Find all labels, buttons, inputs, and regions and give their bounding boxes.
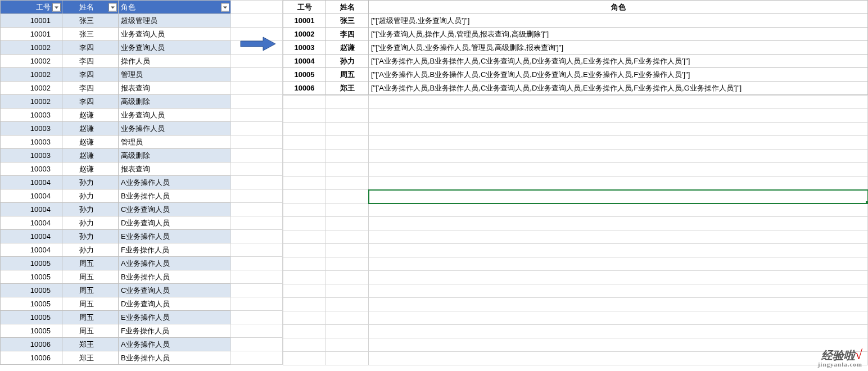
empty-cell[interactable] xyxy=(326,96,369,109)
empty-cell[interactable] xyxy=(231,297,283,311)
cell-role[interactable]: ["['业务查询人员,业务操作人员,管理员,高级删除,报表查询']"] xyxy=(369,41,868,55)
cell-id[interactable]: 10003 xyxy=(1,108,62,122)
empty-cell[interactable] xyxy=(231,311,283,324)
empty-cell[interactable] xyxy=(231,149,283,162)
empty-cell[interactable] xyxy=(369,190,868,203)
cell-id[interactable]: 10005 xyxy=(283,68,326,82)
cell-id[interactable]: 10002 xyxy=(1,41,62,55)
cell-name[interactable]: 张三 xyxy=(62,28,119,41)
cell-id[interactable]: 10002 xyxy=(1,95,62,108)
empty-cell[interactable] xyxy=(369,177,868,190)
table-row[interactable]: 10005周五F业务操作人员 xyxy=(1,324,231,338)
empty-cell[interactable] xyxy=(283,136,326,150)
empty-cell[interactable] xyxy=(326,311,369,325)
empty-cell[interactable] xyxy=(283,217,326,230)
empty-cell[interactable] xyxy=(283,190,326,203)
col-header-name[interactable]: 姓名 xyxy=(62,1,119,14)
empty-cell[interactable] xyxy=(231,176,283,189)
cell-id[interactable]: 10006 xyxy=(1,351,62,365)
cell-id[interactable]: 10005 xyxy=(1,284,62,297)
cell-id[interactable]: 10006 xyxy=(283,82,326,95)
cell-id[interactable]: 10005 xyxy=(1,297,62,311)
table-row[interactable]: 10004孙力B业务操作人员 xyxy=(1,189,231,203)
cell-role[interactable]: ["['业务查询人员,操作人员,管理员,报表查询,高级删除']"] xyxy=(369,28,868,41)
col-header-id[interactable]: 工号 xyxy=(1,1,62,14)
empty-cell[interactable] xyxy=(231,135,283,149)
cell-id[interactable]: 10003 xyxy=(283,41,326,55)
col-header-name[interactable]: 姓名 xyxy=(326,1,369,14)
cell-role[interactable]: A业务操作人员 xyxy=(119,176,231,189)
empty-cell[interactable] xyxy=(326,352,369,365)
empty-cell[interactable] xyxy=(369,271,868,284)
empty-cell[interactable] xyxy=(283,203,326,217)
empty-cell[interactable] xyxy=(231,55,283,68)
table-row[interactable]: 10002李四高级删除 xyxy=(1,95,231,108)
cell-id[interactable]: 10002 xyxy=(1,82,62,95)
empty-cell[interactable] xyxy=(369,298,868,311)
cell-name[interactable]: 赵谦 xyxy=(326,41,369,55)
cell-role[interactable]: A业务操作人员 xyxy=(119,338,231,351)
cell-role[interactable]: C业务查询人员 xyxy=(119,284,231,297)
cell-id[interactable]: 10004 xyxy=(1,230,62,243)
table-row[interactable]: 10002李四报表查询 xyxy=(1,82,231,95)
col-header-role[interactable]: 角色 xyxy=(369,1,868,14)
cell-id[interactable]: 10001 xyxy=(1,14,62,28)
table-row[interactable]: 10001张三["['超级管理员,业务查询人员']"] xyxy=(283,14,868,28)
empty-cell[interactable] xyxy=(231,122,283,135)
cell-id[interactable]: 10004 xyxy=(1,189,62,203)
cell-name[interactable]: 郑王 xyxy=(62,338,119,351)
empty-cell[interactable] xyxy=(231,82,283,95)
table-row[interactable]: 10006郑王["['A业务操作人员,B业务操作人员,C业务查询人员,D业务查询… xyxy=(283,82,868,95)
empty-cell[interactable] xyxy=(231,1,283,14)
empty-cell[interactable] xyxy=(231,324,283,338)
empty-cell[interactable] xyxy=(326,136,369,150)
empty-cell[interactable] xyxy=(369,123,868,136)
cell-name[interactable]: 李四 xyxy=(62,55,119,68)
empty-cell[interactable] xyxy=(231,95,283,108)
table-row[interactable]: 10002李四业务查询人员 xyxy=(1,41,231,55)
cell-name[interactable]: 周五 xyxy=(62,297,119,311)
cell-id[interactable]: 10005 xyxy=(1,257,62,270)
cell-id[interactable]: 10002 xyxy=(283,28,326,41)
cell-role[interactable]: A业务操作人员 xyxy=(119,257,231,270)
cell-role[interactable]: 操作人员 xyxy=(119,55,231,68)
cell-role[interactable]: E业务操作人员 xyxy=(119,311,231,324)
cell-name[interactable]: 孙力 xyxy=(62,243,119,257)
cell-name[interactable]: 赵谦 xyxy=(62,122,119,135)
filter-icon[interactable] xyxy=(52,3,61,11)
cell-name[interactable]: 郑王 xyxy=(326,82,369,95)
cell-role[interactable]: C业务查询人员 xyxy=(119,203,231,216)
empty-cell[interactable] xyxy=(231,108,283,122)
table-row[interactable]: 10003赵谦业务操作人员 xyxy=(1,122,231,135)
cell-name[interactable]: 周五 xyxy=(62,284,119,297)
empty-cell[interactable] xyxy=(283,96,326,109)
cell-name[interactable]: 孙力 xyxy=(62,176,119,189)
empty-cell[interactable] xyxy=(326,284,369,298)
table-row[interactable]: 10002李四操作人员 xyxy=(1,55,231,68)
empty-cell[interactable] xyxy=(326,177,369,190)
cell-role[interactable]: D业务查询人员 xyxy=(119,297,231,311)
cell-role[interactable]: 报表查询 xyxy=(119,162,231,176)
empty-cell[interactable] xyxy=(231,216,283,230)
cell-role[interactable]: F业务操作人员 xyxy=(119,324,231,338)
empty-cell[interactable] xyxy=(369,230,868,244)
table-row[interactable]: 10002李四管理员 xyxy=(1,68,231,82)
cell-id[interactable]: 10003 xyxy=(1,122,62,135)
col-header-id[interactable]: 工号 xyxy=(283,1,326,14)
cell-name[interactable]: 孙力 xyxy=(326,55,369,68)
empty-cell[interactable] xyxy=(326,271,369,284)
cell-id[interactable]: 10003 xyxy=(1,162,62,176)
cell-name[interactable]: 赵谦 xyxy=(62,135,119,149)
table-row[interactable]: 10004孙力D业务查询人员 xyxy=(1,216,231,230)
cell-role[interactable]: B业务操作人员 xyxy=(119,189,231,203)
cell-role[interactable]: 报表查询 xyxy=(119,82,231,95)
table-row[interactable]: 10001张三业务查询人员 xyxy=(1,28,231,41)
cell-name[interactable]: 孙力 xyxy=(62,216,119,230)
table-row[interactable]: 10006郑王A业务操作人员 xyxy=(1,338,231,351)
cell-name[interactable]: 李四 xyxy=(326,28,369,41)
empty-cell[interactable] xyxy=(231,203,283,216)
empty-cell[interactable] xyxy=(283,338,326,352)
cell-id[interactable]: 10004 xyxy=(1,243,62,257)
cell-role[interactable]: ["['A业务操作人员,B业务操作人员,C业务查询人员,D业务查询人员,E业务操… xyxy=(369,82,868,95)
cell-role[interactable]: 业务查询人员 xyxy=(119,108,231,122)
